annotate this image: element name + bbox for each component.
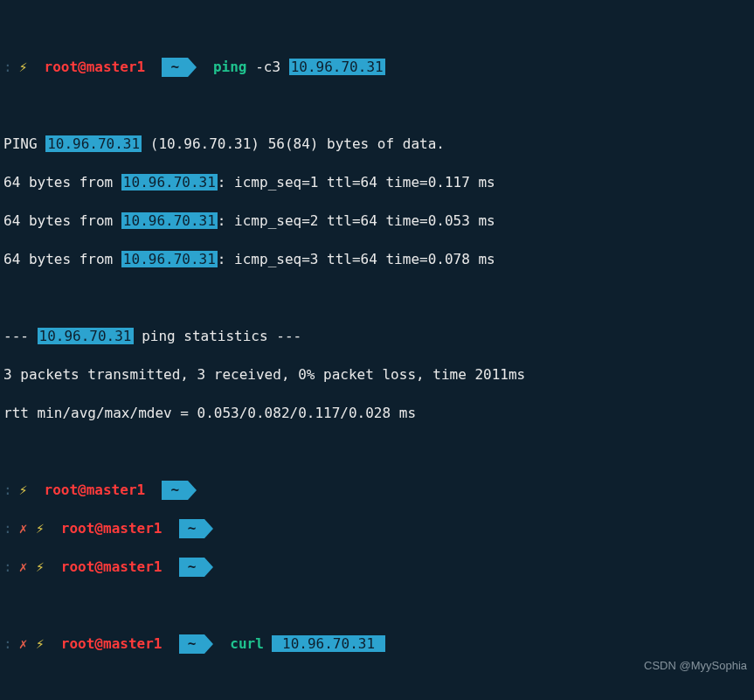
bolt-icon: ⚡ (36, 635, 45, 652)
prompt-line-empty-1: : ⚡ root@master1 ~ (3, 481, 751, 500)
watermark: CSDN @MyySophia (644, 656, 747, 676)
ping-stat-header: --- 10.96.70.31 ping statistics --- (3, 327, 751, 346)
fail-icon: ✗ (19, 635, 28, 652)
ping-stat-1: 3 packets transmitted, 3 received, 0% pa… (3, 365, 751, 385)
bolt-icon: ⚡ (36, 558, 45, 575)
ping-reply-3: 64 bytes from 10.96.70.31: icmp_seq=3 tt… (3, 250, 751, 269)
ping-reply-2: 64 bytes from 10.96.70.31: icmp_seq=2 tt… (3, 211, 751, 231)
cmd-ping: ping (213, 59, 247, 75)
bolt-icon: ⚡ (36, 520, 45, 537)
ping-stat-2: rtt min/avg/max/mdev = 0.053/0.082/0.117… (3, 404, 751, 423)
ping-reply-1: 64 bytes from 10.96.70.31: icmp_seq=1 tt… (3, 173, 751, 192)
prompt-user-host: root@master1 (45, 59, 146, 75)
curl-target-ip: 10.96.70.31 (272, 635, 384, 652)
bolt-icon: ⚡ (19, 59, 28, 75)
ping-target-ip: 10.96.70.31 (289, 59, 385, 75)
prompt-line-curl: : ✗ ⚡ root@master1 ~ curl 10.96.70.31 (3, 634, 751, 654)
blank (3, 288, 751, 308)
cmd-curl: curl (230, 635, 264, 652)
ping-header: PING 10.96.70.31 (10.96.70.31) 56(84) by… (3, 135, 751, 154)
cmd-ping-args: -c3 (255, 59, 280, 75)
fail-icon: ✗ (19, 558, 28, 575)
fail-icon: ✗ (19, 520, 28, 537)
prompt-dir-badge: ~ (162, 58, 188, 77)
terminal[interactable]: : ⚡ root@master1 ~ ping -c3 10.96.70.31 … (0, 0, 754, 700)
prompt-line-empty-3: : ✗ ⚡ root@master1 ~ (3, 558, 751, 577)
prompt-line-empty-2: : ✗ ⚡ root@master1 ~ (3, 519, 751, 538)
prompt-line-ping: : ⚡ root@master1 ~ ping -c3 10.96.70.31 (3, 58, 751, 77)
bolt-icon: ⚡ (19, 482, 28, 498)
